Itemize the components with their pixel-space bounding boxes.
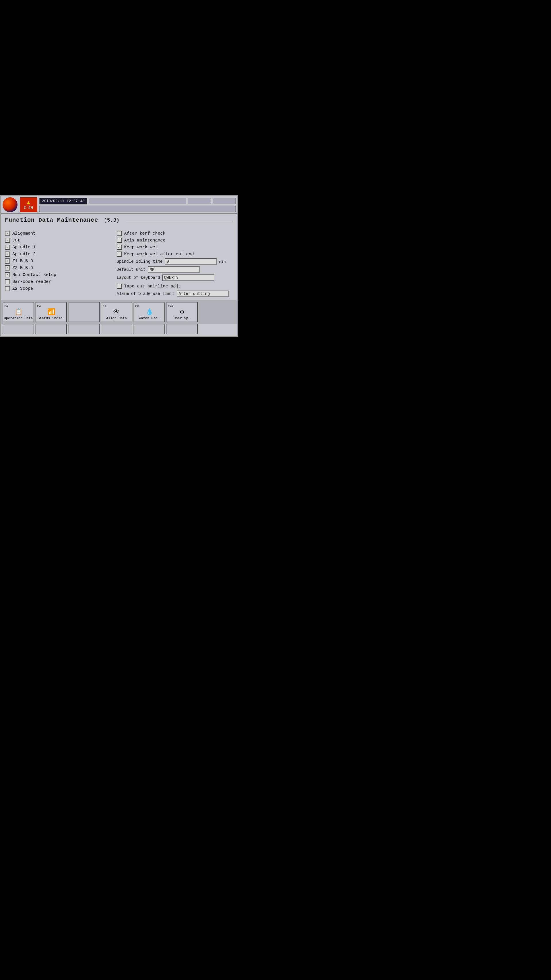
function-bar: F1 📋 Operation Data F2 📶 Status indic. F… (1, 300, 237, 324)
checkbox-after-kerf-label: After kerf check (124, 231, 165, 236)
checkbox-z2scope-box[interactable] (5, 286, 10, 291)
left-column: Alignment Cut Spindle 1 Spindle 2 (5, 231, 111, 297)
checkbox-spindle2-box[interactable] (5, 251, 10, 257)
fn-button-f5[interactable]: F5 💧 Water Pro. (133, 302, 165, 322)
checkbox-spindle2-label: Spindle 2 (12, 252, 36, 257)
checkbox-spindle1-label: Spindle 1 (12, 245, 36, 250)
progress-bar (39, 205, 236, 212)
checkbox-alignment[interactable]: Alignment (5, 231, 111, 236)
field-keyboard-layout-input[interactable] (162, 275, 214, 281)
fn-bottom-6 (166, 324, 198, 334)
progress-row (39, 205, 236, 212)
fn-key-f2: F2 (36, 304, 66, 307)
checkbox-cut-label: Cut (12, 238, 20, 243)
checkbox-cut-box[interactable] (5, 238, 10, 243)
header: ▲ Z-EM 2019/02/11 12:27:43 (1, 196, 237, 214)
checkbox-spindle2[interactable]: Spindle 2 (5, 251, 111, 257)
fn-label-f2: Status indic. (38, 317, 65, 320)
checkbox-z2scope[interactable]: Z2 Scope (5, 286, 111, 291)
page-title: Function Data Maintenance (5, 217, 98, 223)
checkbox-noncontact-label: Non Contact setup (12, 272, 56, 277)
fn-bottom-2 (35, 324, 67, 334)
fn-button-f2[interactable]: F2 📶 Status indic. (35, 302, 67, 322)
page-subtitle: (5.3) (104, 217, 119, 223)
field-alarm-blade-input[interactable] (177, 291, 229, 297)
zem-label: Z-EM (24, 206, 33, 210)
checkbox-spindle1[interactable]: Spindle 1 (5, 245, 111, 250)
checkbox-noncontact-box[interactable] (5, 272, 10, 277)
zem-button[interactable]: ▲ Z-EM (20, 197, 37, 212)
checkbox-z2bbd[interactable]: Z2 B.B.D (5, 265, 111, 270)
checkbox-alignment-box[interactable] (5, 231, 10, 236)
field-keyboard-layout-label: Layout of keyboard (117, 275, 160, 280)
checkbox-keep-wet-label: Keep work wet (124, 245, 158, 250)
field-alarm-blade-label: Alarm of blade use limit (117, 291, 175, 296)
checkbox-barcode-label: Bar-code reader (12, 279, 51, 284)
checkbox-keep-wet-box[interactable] (117, 245, 122, 250)
checkbox-spindle1-box[interactable] (5, 245, 10, 250)
fn-label-f5: Water Pro. (139, 317, 160, 320)
checkbox-barcode-box[interactable] (5, 279, 10, 284)
fn-label-f1: Operation Data (4, 317, 33, 320)
fn-button-f1[interactable]: F1 📋 Operation Data (3, 302, 34, 322)
header-field-2 (188, 198, 211, 204)
header-field-3 (213, 198, 236, 204)
zem-arrow-icon: ▲ (27, 200, 30, 206)
checkbox-z1bbd-label: Z1 B.B.D (12, 259, 33, 264)
datetime-text: 2019/02/11 12:27:43 (39, 198, 87, 204)
field-default-unit: Default unit (117, 266, 233, 273)
checkbox-z1bbd-box[interactable] (5, 258, 10, 264)
fn-icon-f10: ⚙ (180, 308, 184, 316)
fn-label-f4: Align Data (106, 317, 127, 320)
field-default-unit-label: Default unit (117, 267, 146, 272)
logo-icon (3, 197, 17, 212)
checkbox-keep-wet-after[interactable]: Keep work wet after cut end (117, 251, 233, 257)
field-alarm-blade: Alarm of blade use limit (117, 291, 233, 297)
main-content: Function Data Maintenance (5.3) Alignmen… (1, 214, 237, 300)
header-field-1 (89, 198, 186, 204)
checkbox-tape-cut-box[interactable] (117, 284, 122, 289)
field-keyboard-layout: Layout of keyboard (117, 275, 233, 281)
fn-button-f3-empty (68, 302, 100, 322)
field-spindle-idling: Spindle idling time min (117, 258, 233, 265)
fn-key-f4: F4 (101, 304, 132, 307)
fn-icon-f4: 👁 (113, 308, 120, 316)
fn-button-f10[interactable]: F10 ⚙ User Sp. (166, 302, 198, 322)
checkbox-z2scope-label: Z2 Scope (12, 286, 33, 291)
checkbox-keep-wet-after-box[interactable] (117, 251, 122, 257)
right-column: After kerf check Axis maintenance Keep w… (111, 231, 233, 297)
field-spindle-idling-label: Spindle idling time (117, 259, 163, 264)
fn-label-f10: User Sp. (174, 317, 190, 320)
checkbox-z2bbd-label: Z2 B.B.D (12, 266, 33, 270)
checkbox-axis-maint-label: Axis maintenance (124, 238, 165, 243)
field-spindle-idling-input[interactable] (165, 258, 217, 265)
fn-bottom-5 (133, 324, 165, 334)
checkbox-after-kerf[interactable]: After kerf check (117, 231, 233, 236)
fn-bottom-3 (68, 324, 100, 334)
checkbox-barcode[interactable]: Bar-code reader (5, 279, 111, 284)
field-spindle-idling-unit: min (219, 259, 225, 264)
checkbox-cut[interactable]: Cut (5, 238, 111, 243)
fn-button-f4[interactable]: F4 👁 Align Data (101, 302, 132, 322)
checkbox-z2bbd-box[interactable] (5, 265, 10, 270)
checkbox-keep-wet-after-label: Keep work wet after cut end (124, 252, 194, 257)
checkbox-tape-cut-label: Tape cut hairline adj. (124, 284, 181, 289)
fn-bottom-4 (101, 324, 132, 334)
checkbox-axis-maint-box[interactable] (117, 238, 122, 243)
fn-key-f10: F10 (167, 304, 197, 307)
fn-icon-f2: 📶 (48, 308, 55, 316)
datetime-row: 2019/02/11 12:27:43 (39, 198, 236, 204)
fn-key-f1: F1 (3, 304, 33, 307)
checkbox-noncontact[interactable]: Non Contact setup (5, 272, 111, 277)
two-columns: Alignment Cut Spindle 1 Spindle 2 (5, 231, 233, 297)
checkbox-keep-wet[interactable]: Keep work wet (117, 245, 233, 250)
field-default-unit-input[interactable] (148, 266, 200, 273)
checkbox-after-kerf-box[interactable] (117, 231, 122, 236)
checkbox-alignment-label: Alignment (12, 231, 36, 236)
fn-icon-f1: 📋 (14, 308, 22, 316)
fn-icon-f5: 💧 (146, 308, 153, 316)
checkbox-axis-maint[interactable]: Axis maintenance (117, 238, 233, 243)
fn-key-f5: F5 (134, 304, 164, 307)
checkbox-z1bbd[interactable]: Z1 B.B.D (5, 258, 111, 264)
checkbox-tape-cut[interactable]: Tape cut hairline adj. (117, 284, 233, 289)
